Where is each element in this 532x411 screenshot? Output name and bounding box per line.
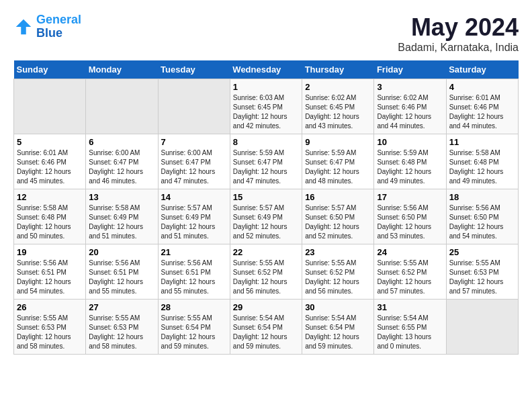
day-info: Sunrise: 6:03 AMSunset: 6:45 PMDaylight:… [233, 93, 299, 131]
day-info: Sunrise: 6:01 AMSunset: 6:46 PMDaylight:… [17, 148, 83, 186]
day-info: Sunrise: 5:55 AMSunset: 6:53 PMDaylight:… [449, 259, 515, 296]
logo-icon [13, 17, 34, 37]
svg-marker-1 [16, 19, 32, 35]
day-number: 4 [449, 82, 515, 92]
day-info: Sunrise: 5:59 AMSunset: 6:48 PMDaylight:… [377, 148, 443, 186]
calendar-cell: 12Sunrise: 5:58 AMSunset: 6:48 PMDayligh… [14, 189, 86, 244]
month-title: May 2024 [398, 13, 519, 42]
calendar-cell: 10Sunrise: 5:59 AMSunset: 6:48 PMDayligh… [374, 134, 446, 189]
day-info: Sunrise: 5:55 AMSunset: 6:53 PMDaylight:… [89, 314, 154, 351]
day-info: Sunrise: 5:54 AMSunset: 6:54 PMDaylight:… [233, 314, 299, 351]
calendar-cell: 11Sunrise: 5:58 AMSunset: 6:48 PMDayligh… [446, 134, 518, 189]
day-info: Sunrise: 6:01 AMSunset: 6:46 PMDaylight:… [449, 93, 515, 131]
calendar-cell: 21Sunrise: 5:56 AMSunset: 6:51 PMDayligh… [158, 244, 230, 300]
day-number: 3 [377, 82, 443, 92]
calendar-cell: 29Sunrise: 5:54 AMSunset: 6:54 PMDayligh… [230, 300, 302, 355]
day-number: 30 [305, 302, 371, 312]
calendar-week-row: 19Sunrise: 5:56 AMSunset: 6:51 PMDayligh… [14, 244, 519, 300]
day-info: Sunrise: 5:54 AMSunset: 6:55 PMDaylight:… [377, 314, 443, 351]
day-info: Sunrise: 5:56 AMSunset: 6:51 PMDaylight:… [17, 259, 83, 296]
calendar-cell: 17Sunrise: 5:56 AMSunset: 6:50 PMDayligh… [374, 189, 446, 244]
calendar-cell: 24Sunrise: 5:55 AMSunset: 6:52 PMDayligh… [374, 244, 446, 300]
day-number: 9 [305, 137, 371, 147]
day-info: Sunrise: 5:57 AMSunset: 6:49 PMDaylight:… [161, 203, 227, 241]
calendar-cell [446, 300, 518, 355]
day-number: 17 [377, 192, 443, 202]
weekday-header-saturday: Saturday [446, 60, 518, 79]
weekday-header-monday: Monday [86, 60, 158, 79]
day-number: 15 [233, 192, 299, 202]
day-number: 31 [377, 302, 443, 312]
calendar-cell [158, 79, 230, 134]
calendar-cell: 20Sunrise: 5:56 AMSunset: 6:51 PMDayligh… [86, 244, 158, 300]
calendar-cell: 15Sunrise: 5:57 AMSunset: 6:49 PMDayligh… [230, 189, 302, 244]
calendar-cell: 2Sunrise: 6:02 AMSunset: 6:45 PMDaylight… [302, 79, 374, 134]
calendar-cell: 26Sunrise: 5:55 AMSunset: 6:53 PMDayligh… [14, 300, 86, 355]
day-info: Sunrise: 5:56 AMSunset: 6:51 PMDaylight:… [89, 259, 154, 296]
day-number: 25 [449, 247, 515, 257]
day-number: 1 [233, 82, 299, 92]
weekday-header-wednesday: Wednesday [230, 60, 302, 79]
day-number: 5 [17, 137, 83, 147]
day-info: Sunrise: 5:57 AMSunset: 6:50 PMDaylight:… [305, 203, 371, 241]
weekday-header-tuesday: Tuesday [158, 60, 230, 79]
calendar-cell: 5Sunrise: 6:01 AMSunset: 6:46 PMDaylight… [14, 134, 86, 189]
weekday-header-sunday: Sunday [14, 60, 86, 79]
calendar-cell: 9Sunrise: 5:59 AMSunset: 6:47 PMDaylight… [302, 134, 374, 189]
calendar-cell: 7Sunrise: 6:00 AMSunset: 6:47 PMDaylight… [158, 134, 230, 189]
day-info: Sunrise: 5:55 AMSunset: 6:52 PMDaylight:… [377, 259, 443, 296]
day-number: 13 [89, 192, 154, 202]
logo-text: GeneralBlue [36, 13, 81, 40]
calendar-cell: 23Sunrise: 5:55 AMSunset: 6:52 PMDayligh… [302, 244, 374, 300]
calendar-cell: 18Sunrise: 5:56 AMSunset: 6:50 PMDayligh… [446, 189, 518, 244]
day-info: Sunrise: 5:56 AMSunset: 6:51 PMDaylight:… [161, 259, 227, 296]
day-number: 6 [89, 137, 154, 147]
weekday-header-friday: Friday [374, 60, 446, 79]
day-number: 24 [377, 247, 443, 257]
calendar-cell: 14Sunrise: 5:57 AMSunset: 6:49 PMDayligh… [158, 189, 230, 244]
day-number: 27 [89, 302, 154, 312]
day-info: Sunrise: 5:59 AMSunset: 6:47 PMDaylight:… [233, 148, 299, 186]
day-number: 8 [233, 137, 299, 147]
day-number: 12 [17, 192, 83, 202]
day-number: 21 [161, 247, 227, 257]
calendar-cell: 31Sunrise: 5:54 AMSunset: 6:55 PMDayligh… [374, 300, 446, 355]
calendar-table: SundayMondayTuesdayWednesdayThursdayFrid… [13, 60, 519, 355]
calendar-cell [86, 79, 158, 134]
day-info: Sunrise: 6:02 AMSunset: 6:46 PMDaylight:… [377, 93, 443, 131]
day-info: Sunrise: 5:57 AMSunset: 6:49 PMDaylight:… [233, 203, 299, 241]
calendar-cell: 1Sunrise: 6:03 AMSunset: 6:45 PMDaylight… [230, 79, 302, 134]
day-number: 7 [161, 137, 227, 147]
calendar-week-row: 1Sunrise: 6:03 AMSunset: 6:45 PMDaylight… [14, 79, 519, 134]
day-info: Sunrise: 5:55 AMSunset: 6:52 PMDaylight:… [233, 259, 299, 296]
calendar-cell: 22Sunrise: 5:55 AMSunset: 6:52 PMDayligh… [230, 244, 302, 300]
day-info: Sunrise: 5:55 AMSunset: 6:53 PMDaylight:… [17, 314, 83, 351]
calendar-cell: 6Sunrise: 6:00 AMSunset: 6:47 PMDaylight… [86, 134, 158, 189]
day-number: 26 [17, 302, 83, 312]
day-info: Sunrise: 5:56 AMSunset: 6:50 PMDaylight:… [449, 203, 515, 241]
calendar-week-row: 26Sunrise: 5:55 AMSunset: 6:53 PMDayligh… [14, 300, 519, 355]
day-info: Sunrise: 5:59 AMSunset: 6:47 PMDaylight:… [305, 148, 371, 186]
day-info: Sunrise: 5:54 AMSunset: 6:54 PMDaylight:… [305, 314, 371, 351]
day-number: 18 [449, 192, 515, 202]
title-block: May 2024 Badami, Karnataka, India [398, 13, 519, 54]
calendar-cell: 28Sunrise: 5:55 AMSunset: 6:54 PMDayligh… [158, 300, 230, 355]
calendar-cell: 27Sunrise: 5:55 AMSunset: 6:53 PMDayligh… [86, 300, 158, 355]
day-number: 28 [161, 302, 227, 312]
calendar-cell: 3Sunrise: 6:02 AMSunset: 6:46 PMDaylight… [374, 79, 446, 134]
day-info: Sunrise: 6:02 AMSunset: 6:45 PMDaylight:… [305, 93, 371, 131]
calendar-cell: 30Sunrise: 5:54 AMSunset: 6:54 PMDayligh… [302, 300, 374, 355]
calendar-cell: 8Sunrise: 5:59 AMSunset: 6:47 PMDaylight… [230, 134, 302, 189]
day-number: 19 [17, 247, 83, 257]
weekday-header-row: SundayMondayTuesdayWednesdayThursdayFrid… [14, 60, 519, 79]
day-info: Sunrise: 5:55 AMSunset: 6:54 PMDaylight:… [161, 314, 227, 351]
calendar-week-row: 12Sunrise: 5:58 AMSunset: 6:48 PMDayligh… [14, 189, 519, 244]
page-header: GeneralBlue May 2024 Badami, Karnataka, … [13, 13, 519, 54]
calendar-cell: 25Sunrise: 5:55 AMSunset: 6:53 PMDayligh… [446, 244, 518, 300]
day-number: 20 [89, 247, 154, 257]
day-info: Sunrise: 6:00 AMSunset: 6:47 PMDaylight:… [161, 148, 227, 186]
day-info: Sunrise: 5:56 AMSunset: 6:50 PMDaylight:… [377, 203, 443, 241]
calendar-cell: 16Sunrise: 5:57 AMSunset: 6:50 PMDayligh… [302, 189, 374, 244]
weekday-header-thursday: Thursday [302, 60, 374, 79]
day-number: 2 [305, 82, 371, 92]
